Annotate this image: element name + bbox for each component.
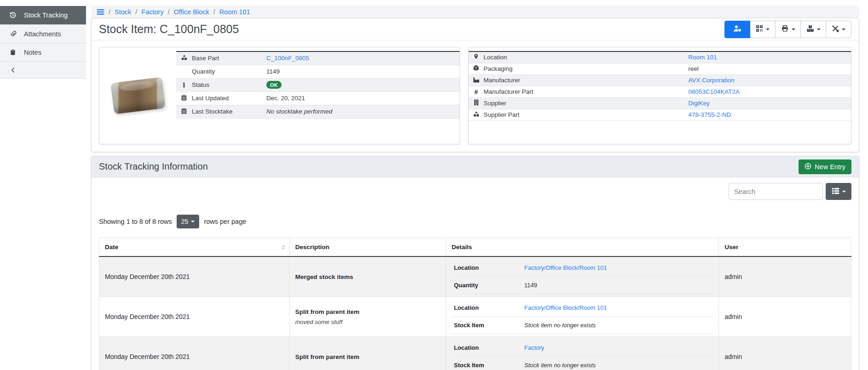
manufacturer-part-link[interactable]: 08053C104KAT2A: [688, 88, 740, 95]
info-row-manufacturer-part: # Manufacturer Part 08053C104KAT2A: [469, 86, 851, 97]
paperclip-icon: [9, 30, 17, 37]
tracking-header: Stock Tracking Information New Entry: [92, 156, 859, 177]
row-description: Merged stock items: [295, 273, 440, 280]
sidebar: Stock Tracking Attachments Notes: [0, 6, 86, 79]
breadcrumb-link-room-101[interactable]: Room 101: [219, 8, 250, 16]
info-icon: i: [183, 81, 185, 89]
quantity-value: 1149: [266, 65, 460, 78]
caret-down-icon: [766, 28, 770, 30]
info-row-manufacturer: Manufacturer AVX Corporation: [469, 74, 851, 86]
columns-button[interactable]: [826, 183, 851, 200]
calendar-icon: [181, 109, 187, 116]
breadcrumb: / Stock / Factory / Office Block / Room …: [91, 6, 859, 18]
sidebar-item-stock-tracking[interactable]: Stock Tracking: [0, 6, 86, 24]
info-row-packaging: Packaging reel: [469, 63, 851, 74]
manufacturer-link[interactable]: AVX Corporation: [688, 77, 734, 84]
new-entry-label: New Entry: [815, 163, 845, 171]
supplier-link[interactable]: DigiKey: [688, 100, 710, 107]
detail-label: Location: [452, 304, 524, 311]
breadcrumb-separator: /: [135, 8, 137, 16]
printer-icon: [781, 25, 789, 34]
edit-actions-button[interactable]: [826, 21, 851, 38]
detail-value: 1149: [524, 282, 537, 289]
rows-per-page-text: rows per page: [204, 218, 246, 225]
detail-location-link[interactable]: Factory/Office Block/Room 101: [524, 264, 607, 271]
base-part-link[interactable]: C_100nF_0805: [266, 55, 309, 62]
sidebar-item-attachments[interactable]: Attachments: [0, 24, 86, 43]
building-icon: [474, 100, 479, 107]
tracking-body: Showing 1 to 8 of 8 rows 25 rows per pag…: [92, 177, 859, 370]
hashtag-icon: #: [474, 88, 478, 96]
detail-label: Stock Item: [452, 322, 524, 329]
item-details-table: Location Room 101 Packaging reel Manufac…: [469, 51, 851, 121]
table-row: Monday December 20th 2021 Split from par…: [99, 337, 851, 370]
stock-item-panel: Stock Item: C_100nF_0805: [91, 18, 859, 152]
detail-value: Stock item no longer exists: [524, 322, 596, 329]
info-label: Location: [483, 51, 688, 63]
info-row-last-stocktake: Last Stocktake No stocktake performed: [176, 105, 460, 118]
info-label: Supplier: [483, 97, 688, 109]
map-marker-icon: [473, 54, 479, 61]
detail-location-link[interactable]: Factory/Office Block/Room 101: [524, 304, 607, 311]
column-header-description: Description: [289, 238, 446, 257]
sidebar-item-notes[interactable]: Notes: [0, 43, 86, 61]
info-label: Manufacturer: [483, 74, 688, 86]
qrcode-button[interactable]: [750, 21, 776, 38]
qrcode-icon: [756, 25, 763, 34]
breadcrumb-link-stock[interactable]: Stock: [115, 8, 131, 16]
info-row-location: Location Room 101: [469, 51, 851, 63]
capacitor-image: [110, 77, 165, 114]
detail-label: Quantity: [452, 282, 524, 289]
breadcrumb-link-office-block[interactable]: Office Block: [174, 8, 209, 16]
stock-item-heading: Stock Item: C_100nF_0805: [92, 18, 859, 40]
user-shield-button[interactable]: [724, 21, 750, 38]
print-button[interactable]: [775, 21, 801, 38]
sort-icon[interactable]: [282, 245, 285, 250]
page-size-button[interactable]: 25: [177, 215, 200, 228]
page: Stock Tracking Attachments Notes /: [0, 0, 868, 370]
new-entry-button[interactable]: New Entry: [799, 159, 851, 174]
detail-label: Stock Item: [452, 362, 524, 369]
stock-item-body: Base Part C_100nF_0805 Quantity 1149 i S…: [92, 40, 859, 152]
search-input[interactable]: [729, 183, 823, 200]
row-date: Monday December 20th 2021: [99, 297, 290, 337]
item-summary-card: Base Part C_100nF_0805 Quantity 1149 i S…: [99, 47, 460, 144]
breadcrumb-separator: /: [168, 8, 170, 16]
row-user: admin: [719, 297, 851, 337]
row-description: Split from parent item: [295, 308, 440, 315]
table-row: Monday December 20th 2021 Merged stock i…: [99, 256, 851, 297]
hamburger-icon[interactable]: [97, 9, 104, 15]
breadcrumb-link-factory[interactable]: Factory: [141, 8, 163, 16]
detail-subrow: Location Factory: [452, 339, 713, 357]
info-label: Base Part: [192, 51, 266, 65]
stock-actions-button[interactable]: [800, 21, 826, 38]
column-header-date[interactable]: Date: [99, 238, 290, 257]
breadcrumb-separator: /: [109, 8, 110, 16]
detail-location-link[interactable]: Factory: [524, 344, 544, 351]
shapes-icon: [473, 112, 480, 119]
caret-down-icon: [191, 221, 195, 222]
info-label: Last Stocktake: [192, 105, 266, 118]
info-row-quantity: Quantity 1149: [176, 65, 460, 78]
item-details-card: Location Room 101 Packaging reel Manufac…: [468, 47, 851, 144]
info-row-status: i Status OK: [176, 78, 460, 91]
box-icon: [473, 66, 479, 73]
info-label: Supplier Part: [483, 109, 688, 120]
detail-subrow: Location Factory/Office Block/Room 101: [452, 259, 713, 277]
tracking-table: Date Description Details User Monday Dec…: [99, 238, 851, 370]
part-thumbnail[interactable]: [99, 47, 176, 144]
info-row-last-updated: Last Updated Dec. 20, 2021: [176, 91, 460, 105]
showing-text: Showing 1 to 8 of 8 rows: [99, 218, 172, 225]
chevron-left-icon: [9, 67, 17, 73]
location-link[interactable]: Room 101: [688, 54, 717, 61]
calendar-icon: [181, 96, 187, 102]
info-row-supplier: Supplier DigiKey: [469, 97, 851, 109]
info-row-supplier-part: Supplier Part 478-3755-2-ND: [469, 109, 851, 120]
sidebar-collapse-button[interactable]: [0, 61, 86, 79]
tools-icon: [832, 25, 839, 34]
info-label: Quantity: [192, 65, 266, 78]
row-date: Monday December 20th 2021: [99, 337, 290, 370]
row-user: admin: [719, 256, 851, 297]
supplier-part-link[interactable]: 478-3755-2-ND: [688, 111, 731, 118]
caret-down-icon: [817, 28, 821, 30]
